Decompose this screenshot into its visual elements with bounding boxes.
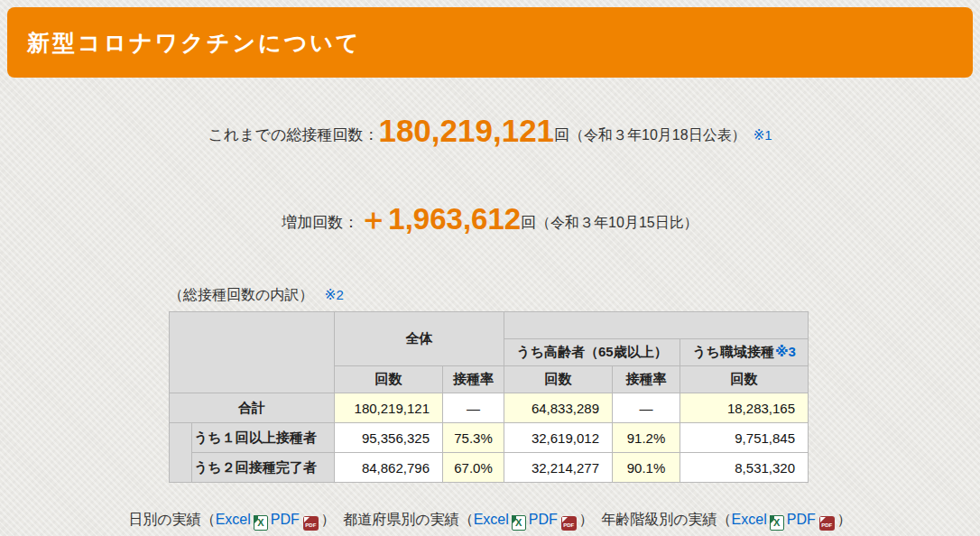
cell-second-doses-overall: 84,862,796 xyxy=(335,453,443,483)
header-workplace-text: うち職域接種 xyxy=(692,344,774,359)
table-row-first-dose: うち１回以上接種者 95,356,325 75.3% 32,619,012 91… xyxy=(170,423,809,453)
cell-second-rate-overall: 67.0% xyxy=(443,453,504,483)
footnote-2-link[interactable]: ※2 xyxy=(325,287,344,302)
header-doses-workplace: 回数 xyxy=(680,366,809,393)
increase-line: 増加回数：＋1,963,612回（令和３年10月15日比） xyxy=(0,199,980,243)
cell-first-doses-workplace: 9,751,845 xyxy=(680,423,809,453)
cell-first-doses-overall: 95,356,325 xyxy=(335,423,443,453)
age-group-excel-link[interactable]: Excel xyxy=(732,512,767,527)
header-workplace: うち職域接種※3 xyxy=(680,339,809,366)
downloads-footer: 日別の実績（ExcelXPDFPDF） 都道府県別の実績（ExcelXPDFPD… xyxy=(0,511,980,531)
header-doses-elderly: 回数 xyxy=(504,366,613,393)
cell-total-doses-overall: 180,219,121 xyxy=(335,393,443,423)
prefecture-pdf-link[interactable]: PDF xyxy=(529,512,558,527)
age-group-pdf-link[interactable]: PDF xyxy=(787,512,816,527)
increase-value: ＋1,963,612 xyxy=(358,202,521,236)
daily-results-label: 日別の実績 xyxy=(128,512,200,527)
vaccination-breakdown-table: 全体 うち高齢者（65歳以上） うち職域接種※3 回数 接種率 回数 接種率 回… xyxy=(169,311,809,483)
breakdown-caption-text: （総接種回数の内訳） xyxy=(169,287,313,302)
cell-total-doses-workplace: 18,283,165 xyxy=(680,393,809,423)
age-group-results-label: 年齢階級別の実績 xyxy=(601,512,717,527)
daily-results-group: 日別の実績（ExcelXPDFPDF） xyxy=(128,512,339,527)
breakdown-caption: （総接種回数の内訳） ※2 xyxy=(169,286,808,305)
row-indent-spacer xyxy=(170,423,192,483)
cell-second-doses-elderly: 32,214,277 xyxy=(504,453,613,483)
table-row-total: 合計 180,219,121 ― 64,833,289 ― 18,283,165 xyxy=(170,393,809,423)
increase-note: （令和３年10月15日比） xyxy=(536,215,698,230)
excel-file-icon[interactable]: X xyxy=(770,515,784,531)
pdf-file-icon[interactable]: PDF xyxy=(819,516,835,531)
page-header-banner: 新型コロナワクチンについて xyxy=(7,7,973,78)
corner-empty-header xyxy=(170,312,335,393)
paren-close: ） xyxy=(579,512,594,527)
header-rate-elderly: 接種率 xyxy=(613,366,680,393)
increase-unit: 回 xyxy=(521,214,536,231)
footnote-1-link[interactable]: ※1 xyxy=(753,127,772,143)
cell-total-doses-elderly: 64,833,289 xyxy=(504,393,613,423)
total-doses-note: （令和３年10月18日公表） xyxy=(569,127,746,143)
cell-total-rate-overall: ― xyxy=(443,393,504,423)
cell-first-rate-overall: 75.3% xyxy=(443,423,504,453)
total-doses-line: これまでの総接種回数：180,219,121回（令和３年10月18日公表）※1 xyxy=(0,110,980,156)
top-right-empty-header xyxy=(504,312,809,339)
total-doses-unit: 回 xyxy=(554,126,569,143)
header-rate-overall: 接種率 xyxy=(443,366,504,393)
prefecture-results-group: 都道府県別の実績（ExcelXPDFPDF） xyxy=(343,512,597,527)
age-group-results-group: 年齢階級別の実績（ExcelXPDFPDF） xyxy=(601,512,852,527)
daily-pdf-link[interactable]: PDF xyxy=(271,512,300,527)
page-title: 新型コロナワクチンについて xyxy=(27,28,361,58)
excel-file-icon[interactable]: X xyxy=(512,515,526,531)
cell-second-doses-workplace: 8,531,320 xyxy=(680,453,809,483)
prefecture-results-label: 都道府県別の実績 xyxy=(343,512,458,527)
header-elderly: うち高齢者（65歳以上） xyxy=(504,339,680,366)
header-overall: 全体 xyxy=(335,312,504,366)
prefecture-excel-link[interactable]: Excel xyxy=(474,512,509,527)
header-doses-overall: 回数 xyxy=(335,366,443,393)
paren-close: ） xyxy=(321,512,336,527)
row-label-second-dose: うち２回接種完了者 xyxy=(192,453,335,483)
total-doses-label: これまでの総接種回数： xyxy=(208,126,378,143)
paren-close: ） xyxy=(837,512,852,527)
increase-label: 増加回数： xyxy=(282,214,358,231)
excel-file-icon[interactable]: X xyxy=(254,515,268,531)
row-label-first-dose: うち１回以上接種者 xyxy=(192,423,335,453)
daily-excel-link[interactable]: Excel xyxy=(216,512,251,527)
cell-second-rate-elderly: 90.1% xyxy=(613,453,680,483)
pdf-file-icon[interactable]: PDF xyxy=(561,516,577,531)
cell-first-doses-elderly: 32,619,012 xyxy=(504,423,613,453)
cell-total-rate-elderly: ― xyxy=(613,393,680,423)
paren-open: （ xyxy=(717,512,732,527)
breakdown-section: （総接種回数の内訳） ※2 全体 うち高齢者（65歳以上） うち職域接種※3 回… xyxy=(169,286,808,483)
cell-first-rate-elderly: 91.2% xyxy=(613,423,680,453)
paren-open: （ xyxy=(459,512,474,527)
paren-open: （ xyxy=(201,512,216,527)
table-row-second-dose: うち２回接種完了者 84,862,796 67.0% 32,214,277 90… xyxy=(170,453,809,483)
footnote-3-link[interactable]: ※3 xyxy=(775,344,796,359)
row-label-total: 合計 xyxy=(170,393,335,423)
pdf-file-icon[interactable]: PDF xyxy=(303,516,319,531)
total-doses-value: 180,219,121 xyxy=(378,113,554,148)
